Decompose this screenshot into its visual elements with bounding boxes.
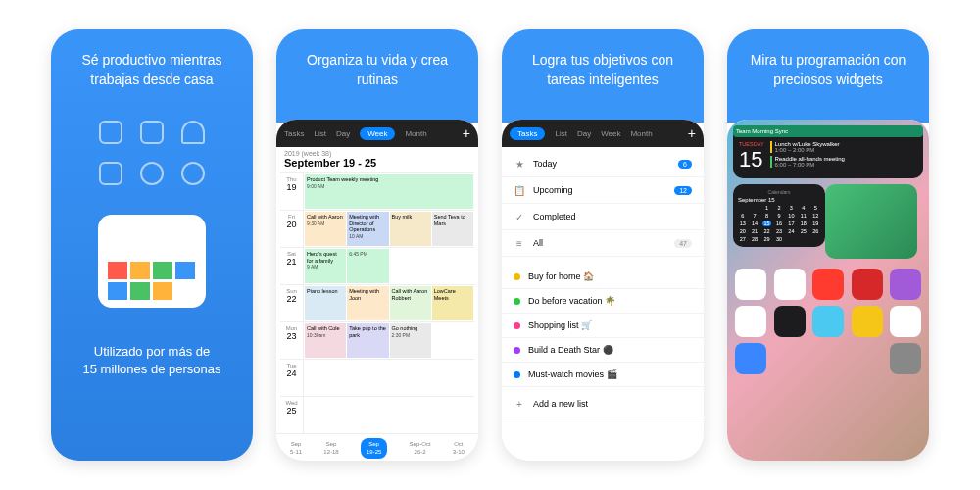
cal-label: Calendars (738, 189, 820, 195)
smart-list-item[interactable]: ≡All47 (502, 230, 704, 257)
week-label: 2019 (week 38) (276, 147, 478, 157)
task-list-item[interactable]: Do before vacation 🌴 (502, 289, 704, 314)
calendar-row[interactable]: Thu19Product Team weekly meeting9:00 AM (280, 172, 474, 210)
app-icon[interactable] (735, 343, 766, 374)
phone-screen: Team Morning Sync TUESDAY 15 Lunch w/Luk… (727, 120, 929, 461)
widget-event: Lunch w/Luke Skywalker1:00 – 2:00 PM (770, 141, 917, 153)
app-icon[interactable] (774, 306, 806, 337)
promo-card-2: Organiza tu vida y crea rutinas Tasks Li… (276, 29, 478, 461)
add-list-button[interactable]: + Add a new list (502, 391, 704, 417)
calendar-icon (140, 121, 164, 144)
card-title: Logra tus objetivos con tareas inteligen… (502, 29, 704, 122)
phone-screen: Tasks List Day Week Month + 2019 (week 3… (276, 120, 478, 461)
task-lists: Buy for home 🏠Do before vacation 🌴Shoppi… (502, 261, 704, 391)
app-icon[interactable] (890, 269, 921, 300)
card-title: Organiza tu vida y crea rutinas (276, 29, 478, 122)
plane-icon (99, 121, 122, 144)
widget-events: Lunch w/Luke Skywalker1:00 – 2:00 PMRead… (770, 141, 917, 172)
calendar-row[interactable]: Sun22Piano lessonMeeting with JoonCall w… (280, 284, 474, 321)
app-icon[interactable] (774, 269, 806, 300)
calendar-row[interactable]: Wed25 (280, 396, 474, 433)
calendar-row[interactable]: Mon23Call with Cole10:30amTake pup to th… (280, 321, 474, 359)
app-icon[interactable] (735, 306, 766, 337)
mini-week[interactable]: Sep 12-18 (323, 441, 338, 455)
app-icon[interactable] (890, 306, 921, 337)
mini-week[interactable]: Oct 3-10 (453, 441, 465, 455)
calendar-row[interactable]: Sat21Hero's quest for a family9 AM6:45 P… (280, 247, 474, 284)
smart-lists: ★Today6📋Upcoming12✓Completed≡All47 (502, 147, 704, 261)
calendar-row[interactable]: Fri20Call with Aaron9:30 AMMeeting with … (280, 210, 474, 247)
tab-week[interactable]: Week (601, 129, 620, 138)
app-icon[interactable] (812, 306, 844, 337)
app-icon (98, 215, 206, 308)
home-screen: Team Morning Sync TUESDAY 15 Lunch w/Luk… (727, 120, 929, 461)
app-icon[interactable] (852, 306, 883, 337)
app-icon[interactable] (852, 269, 883, 300)
tab-day[interactable]: Day (336, 129, 350, 138)
pin-icon (140, 162, 164, 185)
calendar-row[interactable]: Tue24 (280, 359, 474, 396)
tab-list[interactable]: List (555, 129, 566, 138)
agenda-widget[interactable]: Team Morning Sync TUESDAY 15 Lunch w/Luk… (733, 125, 923, 178)
cal-days: 1234567891011121314151617181920212223242… (738, 205, 820, 242)
promo-card-4: Mira tu programación con preciosos widge… (727, 29, 929, 461)
mini-week[interactable]: Sep-Oct 26-2 (410, 441, 431, 455)
smart-list-item[interactable]: 📋Upcoming12 (502, 177, 704, 204)
promo-card-3: Logra tus objetivos con tareas inteligen… (502, 29, 704, 461)
date-range: September 19 - 25 (276, 157, 478, 172)
card-title: Mira tu programación con preciosos widge… (727, 29, 929, 122)
bell-icon (181, 121, 205, 144)
card-subtitle: Utilizado por más de 15 millones de pers… (51, 308, 253, 414)
tab-tasks[interactable]: Tasks (284, 129, 304, 138)
decorative-icons (51, 111, 253, 195)
mini-date-picker[interactable]: Sep 5-11Sep 12-18Sep 19-25Sep-Oct 26-2Oc… (276, 433, 478, 461)
calendar-grid[interactable]: Thu19Product Team weekly meeting9:00 AMF… (276, 172, 478, 433)
promo-card-1: Sé productivo mientras trabajas desde ca… (51, 29, 253, 461)
task-list-item[interactable]: Buy for home 🏠 (502, 265, 704, 289)
task-list-item[interactable]: Must-watch movies 🎬 (502, 363, 704, 387)
month-widget[interactable]: Calendars September 15 12345678910111213… (733, 184, 825, 247)
clock-icon (181, 162, 205, 185)
widget-day: 15 (739, 147, 764, 172)
tab-list[interactable]: List (314, 129, 325, 138)
cal-month: September 15 (738, 197, 820, 203)
plus-icon: + (514, 398, 525, 410)
map-widget[interactable] (825, 184, 917, 259)
widget-header: Team Morning Sync (733, 125, 923, 137)
tab-month[interactable]: Month (630, 129, 652, 138)
app-icon[interactable] (735, 269, 766, 300)
add-icon[interactable]: + (463, 125, 470, 141)
phone-screen: Tasks List Day Week Month + ★Today6📋Upco… (502, 120, 704, 461)
app-dock (733, 265, 923, 378)
tab-day[interactable]: Day (577, 129, 591, 138)
add-icon[interactable]: + (688, 125, 696, 141)
task-list-item[interactable]: Shopping list 🛒 (502, 314, 704, 338)
mini-week[interactable]: Sep 5-11 (290, 441, 302, 455)
smart-list-item[interactable]: ✓Completed (502, 204, 704, 230)
mini-week[interactable]: Sep 19-25 (361, 438, 387, 458)
task-list-item[interactable]: Build a Death Star ⚫ (502, 338, 704, 363)
tab-bar: Tasks List Day Week Month + (276, 120, 478, 147)
smart-list-item[interactable]: ★Today6 (502, 151, 704, 177)
bike-icon (99, 162, 122, 185)
app-icon[interactable] (812, 269, 844, 300)
tab-week[interactable]: Week (360, 127, 395, 140)
card-title: Sé productivo mientras trabajas desde ca… (51, 29, 253, 111)
add-list-label: Add a new list (533, 399, 692, 409)
tab-tasks[interactable]: Tasks (510, 127, 545, 140)
widget-event: Readdle all-hands meeting6:00 – 7:00 PM (770, 156, 917, 168)
tab-month[interactable]: Month (405, 129, 426, 138)
tab-bar: Tasks List Day Week Month + (502, 120, 704, 147)
app-icon[interactable] (890, 343, 921, 374)
